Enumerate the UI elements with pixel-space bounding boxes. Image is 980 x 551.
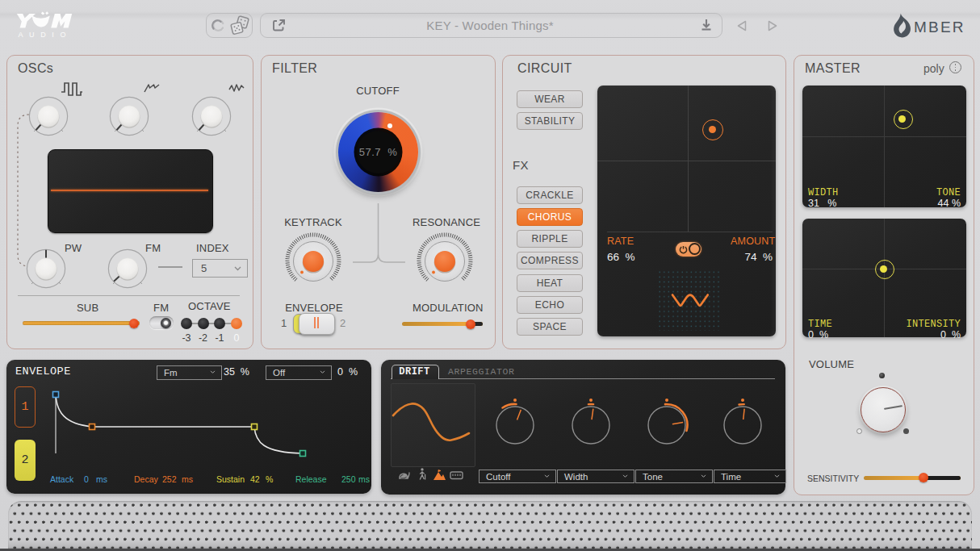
svg-text:MBER: MBER — [914, 19, 965, 35]
svg-text:AUDIO: AUDIO — [19, 31, 73, 39]
